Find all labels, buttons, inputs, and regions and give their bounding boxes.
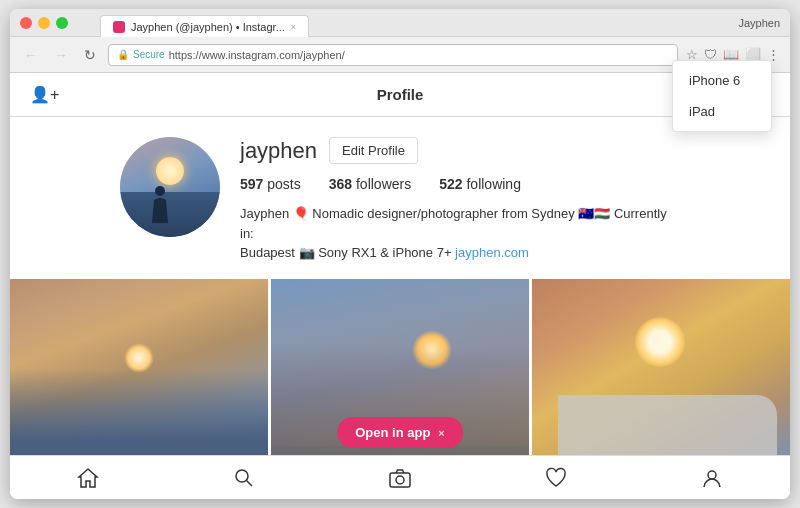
browser-tab[interactable]: Jayphen (@jayphen) • Instagr... × bbox=[100, 15, 309, 37]
secure-label: Secure bbox=[133, 49, 165, 60]
following-count: 522 bbox=[439, 176, 462, 192]
username-row: jayphen Edit Profile bbox=[240, 137, 680, 164]
heart-icon bbox=[545, 467, 567, 489]
svg-point-1 bbox=[236, 470, 248, 482]
refresh-button[interactable]: ↻ bbox=[80, 45, 100, 65]
nav-heart[interactable] bbox=[536, 458, 576, 498]
ig-profile-title: Profile bbox=[377, 86, 424, 103]
secure-icon: 🔒 bbox=[117, 49, 129, 60]
bio-line2: Budapest 📷 Sony RX1 & iPhone 7+ jayphen.… bbox=[240, 243, 680, 263]
back-button[interactable]: ← bbox=[20, 45, 42, 65]
profile-section: jayphen Edit Profile 597 posts 368 follo… bbox=[100, 117, 700, 279]
followers-label: followers bbox=[356, 176, 411, 192]
fullscreen-button[interactable] bbox=[56, 17, 68, 29]
posts-stat: 597 posts bbox=[240, 176, 301, 192]
tab-bar: Jayphen (@jayphen) • Instagr... × bbox=[100, 9, 710, 37]
content-area: 👤+ Profile bbox=[10, 73, 790, 499]
username: jayphen bbox=[240, 138, 317, 164]
posts-count: 597 bbox=[240, 176, 263, 192]
address-field[interactable]: 🔒 Secure https://www.instagram.com/jayph… bbox=[108, 44, 678, 66]
posts-label: posts bbox=[267, 176, 300, 192]
open-in-app-close[interactable]: × bbox=[438, 427, 444, 439]
stats-row: 597 posts 368 followers 522 following bbox=[240, 176, 680, 192]
avatar-bg bbox=[120, 137, 220, 237]
svg-point-5 bbox=[708, 471, 716, 479]
tab-favicon bbox=[113, 21, 125, 33]
forward-button[interactable]: → bbox=[50, 45, 72, 65]
svg-line-2 bbox=[247, 480, 253, 486]
ig-topnav-left: 👤+ bbox=[30, 85, 60, 104]
close-button[interactable] bbox=[20, 17, 32, 29]
following-stat: 522 following bbox=[439, 176, 521, 192]
dropdown-iphone6[interactable]: iPhone 6 bbox=[673, 65, 771, 96]
open-in-app-banner[interactable]: Open in app × bbox=[337, 417, 463, 448]
bio-line1: Jayphen 🎈 Nomadic designer/photographer … bbox=[240, 204, 680, 243]
minimize-button[interactable] bbox=[38, 17, 50, 29]
profile-info: jayphen Edit Profile 597 posts 368 follo… bbox=[240, 137, 680, 263]
svg-rect-3 bbox=[390, 473, 410, 487]
nav-home[interactable] bbox=[68, 458, 108, 498]
url-text: https://www.instagram.com/jayphen/ bbox=[169, 49, 345, 61]
profile-icon bbox=[701, 467, 723, 489]
search-icon bbox=[233, 467, 255, 489]
window-title: Jayphen bbox=[738, 17, 780, 29]
bio-link[interactable]: jayphen.com bbox=[455, 245, 529, 260]
avatar-sun bbox=[156, 157, 184, 185]
svg-point-4 bbox=[396, 476, 404, 484]
dropdown-ipad[interactable]: iPad bbox=[673, 96, 771, 127]
home-icon bbox=[77, 467, 99, 489]
tab-title: Jayphen (@jayphen) • Instagr... bbox=[131, 21, 285, 33]
avatar bbox=[120, 137, 220, 237]
nav-profile[interactable] bbox=[692, 458, 732, 498]
title-bar: Jayphen (@jayphen) • Instagr... × Jayphe… bbox=[10, 9, 790, 37]
add-person-icon[interactable]: 👤+ bbox=[30, 86, 59, 103]
followers-count: 368 bbox=[329, 176, 352, 192]
photo-1[interactable] bbox=[10, 279, 268, 456]
edit-profile-button[interactable]: Edit Profile bbox=[329, 137, 418, 164]
nav-search[interactable] bbox=[224, 458, 264, 498]
traffic-lights bbox=[20, 17, 68, 29]
svg-point-0 bbox=[155, 186, 165, 196]
ig-bottom-nav bbox=[10, 455, 790, 499]
device-dropdown: iPhone 6 iPad bbox=[672, 60, 772, 132]
camera-icon bbox=[389, 467, 411, 489]
following-label: following bbox=[466, 176, 520, 192]
nav-camera[interactable] bbox=[380, 458, 420, 498]
person-silhouette bbox=[148, 185, 172, 223]
followers-stat: 368 followers bbox=[329, 176, 412, 192]
bio: Jayphen 🎈 Nomadic designer/photographer … bbox=[240, 204, 680, 263]
avatar-wrap bbox=[120, 137, 220, 237]
open-in-app-label: Open in app bbox=[355, 425, 430, 440]
photo-3[interactable] bbox=[532, 279, 790, 456]
tab-close-button[interactable]: × bbox=[291, 22, 296, 32]
